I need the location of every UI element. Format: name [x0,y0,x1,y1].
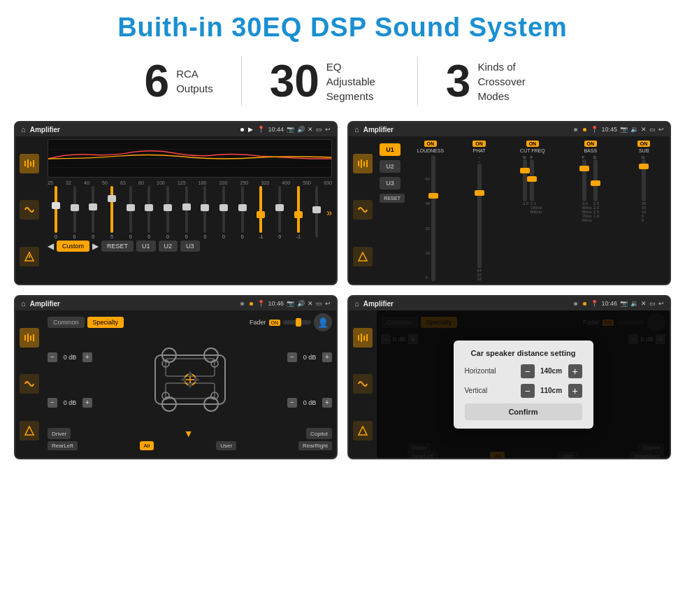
dist-sb-icon-3[interactable] [353,421,373,440]
volume-icon-1[interactable]: 🔊 [297,126,305,133]
bass-slider-g[interactable] [593,159,598,201]
distance-dialog: Car speaker distance setting Horizontal … [454,341,593,429]
profile-icon[interactable]: 👤 [314,313,332,331]
page-wrapper: Buith-in 30EQ DSP Sound System 6 RCA Out… [0,0,685,616]
fader-h-slider[interactable] [283,320,311,324]
close-icon-2[interactable]: ✕ [641,126,647,133]
vertical-plus[interactable]: + [568,384,582,398]
common-tab[interactable]: Common [48,317,85,328]
driver-btn[interactable]: Driver [48,428,71,439]
eq-slider-2[interactable]: 0 [85,186,101,239]
horizontal-plus[interactable]: + [568,364,582,378]
vertical-minus[interactable]: − [521,384,535,398]
status-dot-2a [574,128,577,131]
db-plus-2[interactable]: + [322,352,332,362]
bass-slider-f[interactable] [582,159,586,201]
fader-bottom-2: RearLeft All User RearRight [48,441,332,450]
close-icon-3[interactable]: ✕ [308,300,313,307]
play-button[interactable]: ▶ [92,241,99,251]
u2-select[interactable]: U2 [380,160,401,173]
db-minus-0[interactable]: − [48,352,57,362]
eq-slider-3[interactable]: 5 [103,186,120,239]
db-plus-3[interactable]: + [322,398,332,408]
expand-arrows[interactable]: » [326,207,332,218]
eq-slider-13[interactable]: -1 [290,186,307,239]
window-icon-4[interactable]: ▭ [649,300,656,307]
rearleft-btn[interactable]: RearLeft [48,441,78,450]
dist-sb-icon-1[interactable] [353,328,373,348]
back-icon-2[interactable]: ↩ [658,126,664,133]
loudness-slider[interactable] [431,155,435,281]
eq-slider-0[interactable]: 0 [48,186,64,239]
fader-sb-icon-3[interactable] [20,421,39,440]
back-icon-3[interactable]: ↩ [325,300,331,307]
confirm-button[interactable]: Confirm [465,403,582,420]
fader-sb-icon-2[interactable] [20,374,39,394]
u3-button-eq[interactable]: U3 [180,241,200,252]
volume-icon-4[interactable]: 🔉 [630,300,638,307]
reset-button[interactable]: RESET [101,241,134,252]
home-icon-2[interactable]: ⌂ [354,125,359,134]
specialty-tab[interactable]: Specialty [87,317,124,328]
phat-slider[interactable] [477,164,482,268]
amp-sidebar-icon-1[interactable] [353,154,373,173]
u3-select[interactable]: U3 [380,177,401,189]
eq-slider-5[interactable]: 0 [140,186,157,239]
reset-amp[interactable]: RESET [380,194,405,203]
db-minus-3[interactable]: − [287,398,297,408]
eq-slider-10[interactable]: 0 [234,186,251,239]
all-btn[interactable]: All [140,441,154,450]
fader-sb-icon-1[interactable] [20,328,39,348]
db-minus-2[interactable]: − [287,352,297,362]
home-icon-1[interactable]: ⌂ [21,125,26,134]
eq-slider-9[interactable]: 0 [215,186,232,239]
eq-slider-14[interactable] [309,186,326,239]
window-icon-1[interactable]: ▭ [316,126,322,133]
amp-sidebar-icon-3[interactable] [353,247,373,266]
eq-screen-content: 253240506380 100125160200250320 40050063… [15,136,336,284]
copilot-btn[interactable]: Copilot [306,428,332,439]
down-arrow-icon[interactable]: ▼ [184,428,194,439]
play-icon-1[interactable]: ▶ [248,126,253,133]
u1-select[interactable]: U1 [380,143,401,156]
svg-rect-0 [24,161,26,166]
u2-button-eq[interactable]: U2 [159,241,178,252]
camera-icon-3: 📷 [287,300,294,307]
u1-button-eq[interactable]: U1 [136,241,156,252]
close-icon-4[interactable]: ✕ [641,300,647,307]
window-icon-2[interactable]: ▭ [649,126,656,133]
volume-icon-3[interactable]: 🔊 [297,300,305,307]
home-icon-4[interactable]: ⌂ [354,299,359,308]
eq-slider-11[interactable]: -1 [253,186,270,239]
eq-sidebar-icon-2[interactable] [20,200,39,220]
cutfreq-slider-f[interactable] [530,159,534,201]
eq-slider-8[interactable]: 0 [197,186,214,239]
cutfreq-label: CUT FREQ [520,148,545,153]
db-minus-1[interactable]: − [48,398,57,408]
eq-slider-4[interactable]: 0 [122,186,139,239]
eq-slider-1[interactable]: 0 [66,186,83,239]
sub-slider[interactable] [642,159,646,201]
eq-slider-6[interactable]: 0 [159,186,176,239]
back-icon-1[interactable]: ↩ [325,126,331,133]
back-icon-4[interactable]: ↩ [658,300,664,307]
amp-sidebar-icon-2[interactable] [353,200,373,220]
custom-button[interactable]: Custom [57,241,89,252]
prev-button[interactable]: ◀ [48,241,54,251]
volume-icon-2[interactable]: 🔉 [630,126,638,133]
window-icon-3[interactable]: ▭ [316,300,322,307]
eq-sidebar-icon-1[interactable] [20,154,39,173]
horizontal-minus[interactable]: − [521,364,535,378]
db-plus-0[interactable]: + [82,352,92,362]
db-plus-1[interactable]: + [82,398,92,408]
home-icon-3[interactable]: ⌂ [21,299,26,308]
cutfreq-slider-g[interactable] [523,159,527,201]
user-btn[interactable]: User [216,441,236,450]
dist-sb-icon-2[interactable] [353,374,373,394]
eq-sidebar-icon-3[interactable] [20,247,39,266]
eq-slider-12[interactable]: 0 [271,186,288,239]
rearright-btn[interactable]: RearRight [298,441,332,450]
eq-slider-7[interactable]: 0 [178,186,195,239]
vertical-control: − 110cm + [521,384,582,398]
close-icon-1[interactable]: ✕ [308,126,313,133]
